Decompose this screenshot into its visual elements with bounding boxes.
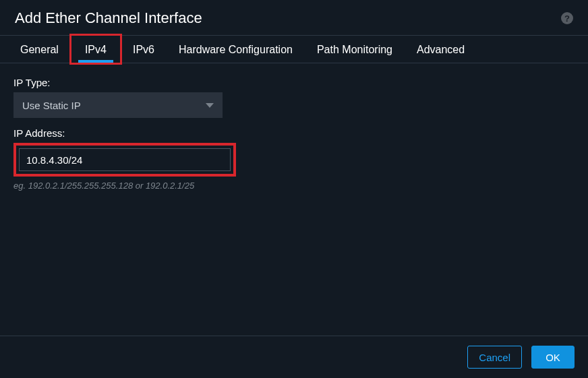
ip-type-label: IP Type: bbox=[13, 77, 575, 88]
dialog-title: Add Ether Channel Interface bbox=[15, 9, 202, 27]
field-ip-address: IP Address: eg. 192.0.2.1/255.255.255.12… bbox=[13, 127, 575, 191]
ip-address-input[interactable] bbox=[19, 148, 231, 171]
field-ip-type: IP Type: Use Static IP bbox=[13, 77, 575, 118]
ip-address-label: IP Address: bbox=[13, 127, 575, 139]
tab-bar: General IPv4 IPv6 Hardware Configuration… bbox=[0, 35, 588, 63]
tab-general[interactable]: General bbox=[8, 36, 71, 63]
ok-button[interactable]: OK bbox=[531, 346, 575, 369]
dialog: Add Ether Channel Interface ? General IP… bbox=[0, 0, 588, 378]
dialog-footer: Cancel OK bbox=[0, 336, 588, 378]
tab-path-monitoring[interactable]: Path Monitoring bbox=[305, 36, 405, 63]
ip-address-highlight bbox=[13, 143, 236, 177]
tab-advanced[interactable]: Advanced bbox=[405, 36, 477, 63]
tab-ipv4[interactable]: IPv4 bbox=[69, 34, 122, 65]
tab-ipv6[interactable]: IPv6 bbox=[121, 36, 167, 63]
chevron-down-icon bbox=[206, 103, 214, 108]
help-icon[interactable]: ? bbox=[561, 12, 573, 24]
tab-hardware-configuration[interactable]: Hardware Configuration bbox=[167, 36, 305, 63]
ip-type-select[interactable]: Use Static IP bbox=[13, 92, 223, 118]
cancel-button[interactable]: Cancel bbox=[467, 346, 522, 369]
tab-content: IP Type: Use Static IP IP Address: eg. 1… bbox=[0, 63, 588, 336]
ip-address-hint: eg. 192.0.2.1/255.255.255.128 or 192.0.2… bbox=[13, 181, 575, 191]
dialog-header: Add Ether Channel Interface ? bbox=[0, 0, 588, 35]
ip-type-value: Use Static IP bbox=[22, 100, 81, 111]
